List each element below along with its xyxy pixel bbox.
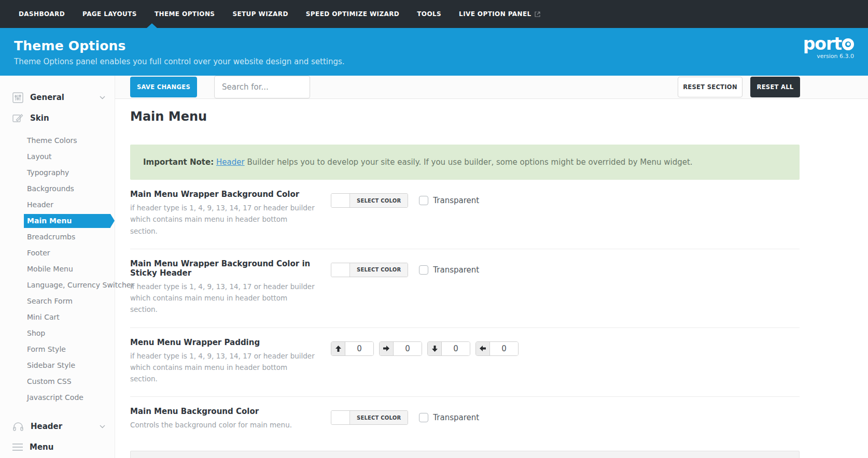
sidebar-item-footer[interactable]: Footer [0, 245, 115, 261]
padding-bottom-input[interactable] [442, 342, 470, 355]
logo-text: port [803, 36, 842, 52]
top-nav: DASHBOARD PAGE LAYOUTS THEME OPTIONS SET… [0, 0, 868, 28]
sidebar-item-theme-colors[interactable]: Theme Colors [0, 133, 115, 149]
sidebar-item-custom-css[interactable]: Custom CSS [0, 374, 115, 390]
sidebar-item-search-form[interactable]: Search Form [0, 293, 115, 309]
active-tab-notch [147, 23, 157, 28]
option-description: if header type is 1, 4, 9, 13, 14, 17 or… [130, 281, 315, 316]
sidebar-item-label: Menu [30, 442, 53, 452]
save-changes-button[interactable]: SAVE CHANGES [130, 77, 197, 97]
option-row-wrapper-padding: Menu Menu Wrapper Padding if header type… [130, 328, 800, 397]
padding-bottom-group [427, 341, 470, 356]
arrow-left-icon [476, 342, 490, 355]
sidebar-item-header[interactable]: Header [0, 197, 115, 213]
sidebar-item-mobile-menu[interactable]: Mobile Menu [0, 261, 115, 277]
option-title: Main Menu Wrapper Background Color in St… [130, 259, 315, 278]
sidebar-item-form-style[interactable]: Form Style [0, 341, 115, 357]
important-note: Important Note: Header Builder helps you… [130, 145, 800, 180]
page-subtitle: Theme Options panel enables you full con… [14, 57, 854, 66]
note-label: Important Note: [143, 158, 214, 167]
transparent-checkbox[interactable] [419, 413, 428, 422]
sidebar-item-javascript-code[interactable]: Javascript Code [0, 390, 115, 406]
note-text: Builder helps you to develop your site e… [245, 158, 693, 167]
transparent-checkbox[interactable] [419, 196, 428, 205]
nav-item-speed-optimize-wizard[interactable]: SPEED OPTIMIZE WIZARD [306, 10, 399, 18]
porto-logo: port version 6.3.0 [803, 36, 854, 60]
option-title: Main Menu Wrapper Background Color [130, 190, 315, 199]
pen-icon [12, 113, 23, 124]
padding-top-input[interactable] [345, 342, 373, 355]
main-content: Main Menu Important Note: Header Builder… [115, 99, 868, 458]
arrow-right-icon [380, 342, 394, 355]
section-title: Main Menu [130, 109, 800, 124]
padding-left-group [475, 341, 519, 356]
option-description: Controls the background color for main m… [130, 419, 315, 431]
header-link[interactable]: Header [216, 158, 245, 167]
sidebar-item-label: Skin [30, 113, 49, 123]
logo-o-icon [842, 38, 854, 50]
option-row-main-menu-bg-color: Main Menu Background Color Controls the … [130, 397, 800, 442]
color-swatch [331, 411, 350, 424]
sidebar-item-menu-group[interactable]: Menu [0, 437, 115, 457]
sidebar-item-skin[interactable]: Skin [0, 108, 115, 128]
padding-left-input[interactable] [490, 342, 518, 355]
checkbox-label: Transparent [433, 196, 479, 205]
option-description: if header type is 1, 4, 9, 13, 14, 17 or… [130, 202, 315, 237]
option-title: Menu Menu Wrapper Padding [130, 338, 315, 347]
sidebar-item-mini-cart[interactable]: Mini Cart [0, 309, 115, 325]
nav-item-tools[interactable]: TOOLS [417, 10, 441, 18]
padding-right-input[interactable] [394, 342, 422, 355]
select-color-button[interactable]: SELECT COLOR [331, 263, 408, 277]
headphones-icon [12, 421, 24, 432]
sidebar-item-language-currency-switcher[interactable]: Language, Currency Switcher [0, 277, 115, 293]
toolbar: SAVE CHANGES RESET SECTION RESET ALL [115, 76, 868, 99]
sidebar-item-shop[interactable]: Shop [0, 325, 115, 341]
sidebar-item-general[interactable]: General [0, 87, 115, 108]
select-color-button[interactable]: SELECT COLOR [331, 410, 408, 425]
sidebar-item-typography[interactable]: Typography [0, 165, 115, 181]
sidebar-item-header-group[interactable]: Header [0, 416, 115, 437]
reset-section-button[interactable]: RESET SECTION [678, 77, 743, 97]
nav-item-setup-wizard[interactable]: SETUP WIZARD [232, 10, 288, 18]
reset-all-button[interactable]: RESET ALL [750, 77, 800, 97]
hamburger-icon [12, 443, 23, 451]
color-swatch [331, 263, 350, 277]
select-color-button[interactable]: SELECT COLOR [331, 193, 408, 208]
option-title: Main Menu Background Color [130, 407, 315, 416]
arrow-up-icon [331, 342, 345, 355]
external-link-icon [535, 11, 540, 17]
page-title: Theme Options [14, 38, 854, 53]
sidebar-item-main-menu[interactable]: Main Menu [24, 214, 110, 228]
chevron-down-icon [100, 425, 105, 428]
nav-item-live-option-panel[interactable]: LIVE OPTION PANEL [459, 10, 540, 18]
sliders-icon [12, 92, 23, 103]
padding-right-group [379, 341, 422, 356]
nav-item-theme-options[interactable]: THEME OPTIONS [155, 10, 215, 18]
search-input[interactable] [214, 76, 310, 98]
option-description: if header type is 1, 4, 9, 13, 14, 17 or… [130, 350, 315, 385]
checkbox-label: Transparent [433, 413, 479, 422]
top-level-menu-item-panel-header[interactable]: Top Level Menu Item [130, 451, 800, 458]
transparent-checkbox[interactable] [419, 265, 428, 275]
sidebar: General Skin Theme Colors Layout Typogra… [0, 76, 115, 458]
arrow-down-icon [428, 342, 442, 355]
sidebar-item-label: Header [31, 422, 62, 431]
chevron-down-icon [100, 96, 105, 99]
page-header-banner: Theme Options Theme Options panel enable… [0, 28, 868, 76]
sidebar-item-breadcrumbs[interactable]: Breadcrumbs [0, 229, 115, 245]
sidebar-item-backgrounds[interactable]: Backgrounds [0, 181, 115, 197]
sidebar-item-label: General [30, 93, 64, 102]
padding-top-group [331, 341, 374, 356]
option-row-wrapper-bg-color-sticky: Main Menu Wrapper Background Color in St… [130, 249, 800, 328]
option-row-wrapper-bg-color: Main Menu Wrapper Background Color if he… [130, 180, 800, 249]
nav-item-page-layouts[interactable]: PAGE LAYOUTS [82, 10, 137, 18]
color-swatch [331, 194, 350, 207]
nav-item-dashboard[interactable]: DASHBOARD [19, 10, 65, 18]
sidebar-item-layout[interactable]: Layout [0, 149, 115, 165]
skin-submenu: Theme Colors Layout Typography Backgroun… [0, 133, 115, 406]
sidebar-item-sidebar-style[interactable]: Sidebar Style [0, 357, 115, 374]
checkbox-label: Transparent [433, 265, 479, 275]
